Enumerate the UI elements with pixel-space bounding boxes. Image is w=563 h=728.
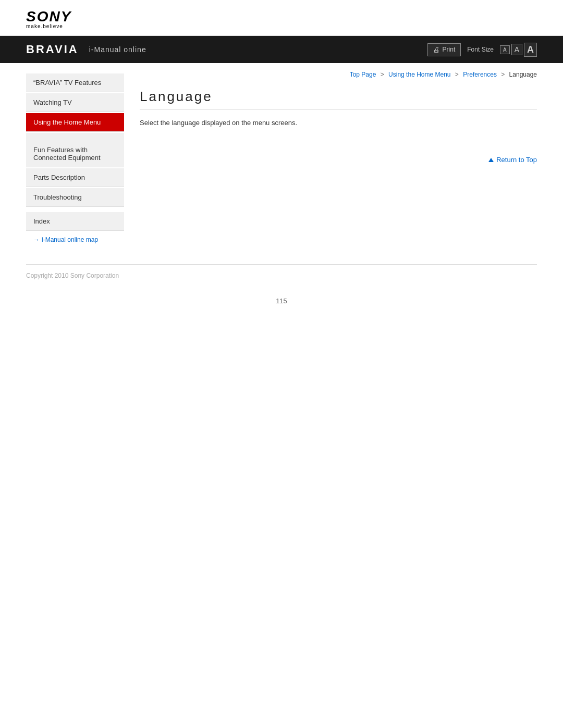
triangle-up-icon bbox=[488, 158, 494, 162]
content-area: Top Page > Using the Home Menu > Prefere… bbox=[124, 63, 563, 254]
sidebar-item-index[interactable]: Index bbox=[26, 212, 124, 231]
breadcrumb-separator-1: > bbox=[381, 71, 384, 78]
sidebar-item-fun-features[interactable]: Fun Features with Connected Equipment bbox=[26, 133, 124, 167]
sidebar: “BRAVIA” TV Features Watching TV Using t… bbox=[0, 63, 124, 254]
sony-logo: SONY make.believe bbox=[26, 9, 537, 29]
breadcrumb-separator-3: > bbox=[501, 71, 505, 78]
breadcrumb-using-home-menu[interactable]: Using the Home Menu bbox=[388, 71, 450, 78]
sidebar-item-parts-description[interactable]: Parts Description bbox=[26, 168, 124, 187]
sony-tagline: make.believe bbox=[26, 24, 537, 29]
copyright-text: Copyright 2010 Sony Corporation bbox=[26, 272, 119, 279]
return-to-top-link[interactable]: Return to Top bbox=[488, 156, 537, 164]
sony-text: SONY bbox=[26, 9, 537, 24]
page-title: Language bbox=[140, 89, 537, 109]
font-large-button[interactable]: A bbox=[524, 43, 537, 57]
font-size-label: Font Size bbox=[467, 46, 494, 53]
print-icon: 🖨 bbox=[433, 46, 440, 54]
page-description: Select the language displayed on the men… bbox=[140, 118, 537, 129]
imanual-map-link[interactable]: → i-Manual online map bbox=[26, 232, 124, 243]
font-size-controls: A A A bbox=[500, 43, 537, 57]
breadcrumb: Top Page > Using the Home Menu > Prefere… bbox=[140, 71, 537, 78]
sidebar-item-bravia-features[interactable]: “BRAVIA” TV Features bbox=[26, 73, 124, 92]
arrow-right-icon: → bbox=[33, 236, 40, 243]
main-container: “BRAVIA” TV Features Watching TV Using t… bbox=[0, 63, 563, 254]
imanual-label: i-Manual online bbox=[89, 45, 146, 54]
footer: Copyright 2010 Sony Corporation bbox=[0, 265, 563, 287]
page-number: 115 bbox=[0, 287, 563, 310]
sidebar-item-using-home-menu[interactable]: Using the Home Menu bbox=[26, 113, 124, 132]
breadcrumb-top-page[interactable]: Top Page bbox=[350, 71, 376, 78]
bravia-logo: BRAVIA bbox=[26, 43, 79, 56]
sidebar-item-watching-tv[interactable]: Watching TV bbox=[26, 93, 124, 112]
bravia-bar-right: 🖨 Print Font Size A A A bbox=[427, 43, 537, 57]
breadcrumb-preferences[interactable]: Preferences bbox=[463, 71, 497, 78]
font-medium-button[interactable]: A bbox=[511, 44, 522, 55]
print-label: Print bbox=[443, 46, 456, 53]
print-button[interactable]: 🖨 Print bbox=[427, 43, 461, 56]
breadcrumb-separator-2: > bbox=[455, 71, 459, 78]
bravia-bar-left: BRAVIA i-Manual online bbox=[26, 43, 146, 56]
top-bar: SONY make.believe bbox=[0, 0, 563, 36]
font-small-button[interactable]: A bbox=[500, 45, 510, 54]
sidebar-item-troubleshooting[interactable]: Troubleshooting bbox=[26, 188, 124, 207]
breadcrumb-current: Language bbox=[509, 71, 537, 78]
return-to-top-container: Return to Top bbox=[140, 150, 537, 164]
bravia-bar: BRAVIA i-Manual online 🖨 Print Font Size… bbox=[0, 36, 563, 63]
return-to-top-label: Return to Top bbox=[496, 156, 537, 164]
